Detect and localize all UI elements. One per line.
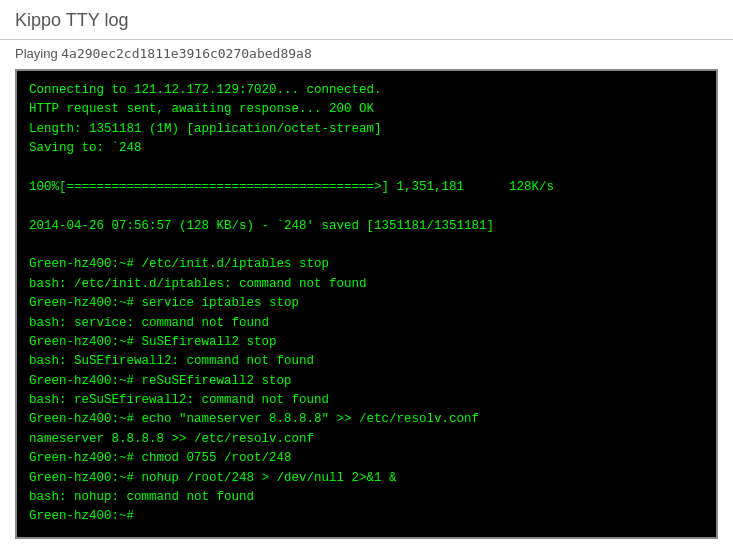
page-header: Kippo TTY log [0,0,733,40]
page-title: Kippo TTY log [15,10,718,31]
playing-hash: 4a290ec2cd1811e3916c0270abed89a8 [61,46,311,61]
terminal-container: Connecting to 121.12.172.129:7020... con… [15,69,718,539]
playing-label: Playing [15,46,61,61]
playing-line: Playing 4a290ec2cd1811e3916c0270abed89a8 [0,40,733,69]
terminal-output: Connecting to 121.12.172.129:7020... con… [29,81,704,527]
